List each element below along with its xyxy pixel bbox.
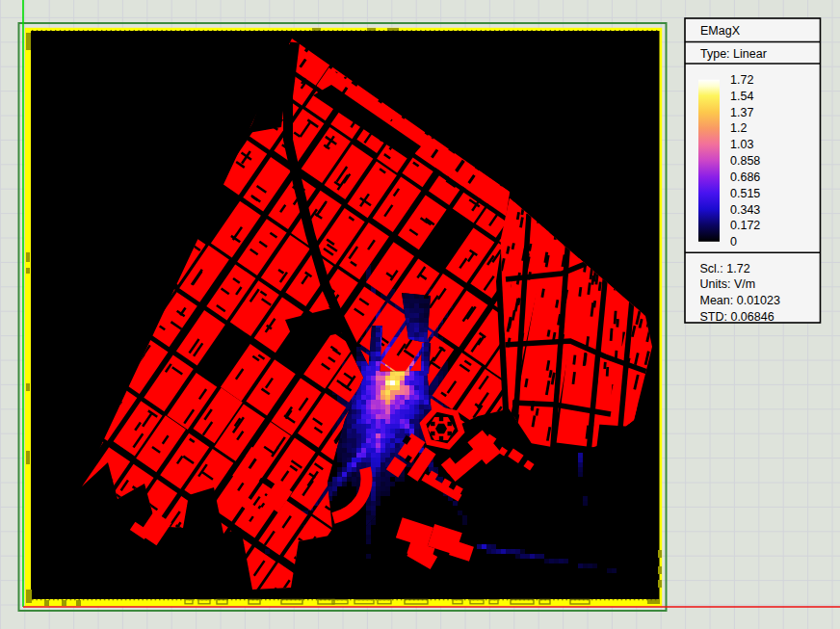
svg-text:0.515: 0.515	[730, 187, 760, 200]
svg-text:0.172: 0.172	[730, 219, 760, 232]
svg-text:0.858: 0.858	[730, 154, 760, 168]
svg-text:EMagX: EMagX	[700, 24, 741, 38]
svg-text:Type: Linear: Type: Linear	[700, 47, 767, 61]
svg-text:STD: 0.06846: STD: 0.06846	[700, 310, 774, 324]
svg-text:0.343: 0.343	[730, 203, 760, 217]
svg-text:1.2: 1.2	[730, 121, 747, 135]
svg-text:1.54: 1.54	[730, 90, 753, 103]
svg-text:Scl.: 1.72: Scl.: 1.72	[700, 262, 750, 275]
svg-text:Units: V/m: Units: V/m	[700, 277, 756, 291]
svg-text:1.37: 1.37	[730, 106, 753, 119]
svg-text:0.686: 0.686	[730, 170, 760, 184]
svg-text:1.03: 1.03	[730, 138, 753, 151]
svg-text:Mean: 0.01023: Mean: 0.01023	[700, 294, 780, 307]
svg-text:0: 0	[730, 235, 737, 249]
svg-text:1.72: 1.72	[730, 73, 753, 87]
